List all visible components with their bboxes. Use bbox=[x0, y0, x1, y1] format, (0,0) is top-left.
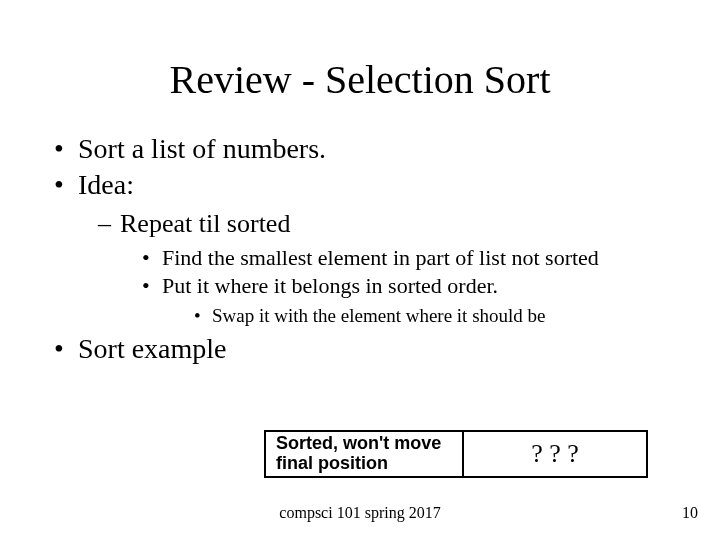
bullet-put-where: Put it where it belongs in sorted order. bbox=[54, 273, 680, 299]
bullet-text: Find the smallest element in part of lis… bbox=[162, 245, 599, 270]
bullet-swap: Swap it with the element where it should… bbox=[54, 305, 680, 327]
page-number: 10 bbox=[682, 504, 698, 522]
bullet-text: Sort example bbox=[78, 333, 227, 364]
bullet-repeat: Repeat til sorted bbox=[54, 209, 680, 239]
bullet-text: Idea: bbox=[78, 169, 134, 200]
slide-body: Sort a list of numbers. Idea: Repeat til… bbox=[0, 133, 720, 365]
slide: Review - Selection Sort Sort a list of n… bbox=[0, 0, 720, 540]
bullet-sort-list: Sort a list of numbers. bbox=[54, 133, 680, 165]
bullet-idea: Idea: bbox=[54, 169, 680, 201]
example-boxes: Sorted, won't move final position ? ? ? bbox=[264, 430, 648, 478]
bullet-text: Sort a list of numbers. bbox=[78, 133, 326, 164]
box-sorted: Sorted, won't move final position bbox=[264, 430, 464, 478]
footer-text: compsci 101 spring 2017 bbox=[0, 504, 720, 522]
bullet-text: Swap it with the element where it should… bbox=[212, 305, 545, 326]
bullet-text: Repeat til sorted bbox=[120, 209, 290, 238]
box-unknown: ? ? ? bbox=[464, 430, 648, 478]
bullet-find-smallest: Find the smallest element in part of lis… bbox=[54, 245, 680, 271]
bullet-text: Put it where it belongs in sorted order. bbox=[162, 273, 498, 298]
bullet-sort-example: Sort example bbox=[54, 333, 680, 365]
slide-title: Review - Selection Sort bbox=[0, 0, 720, 133]
